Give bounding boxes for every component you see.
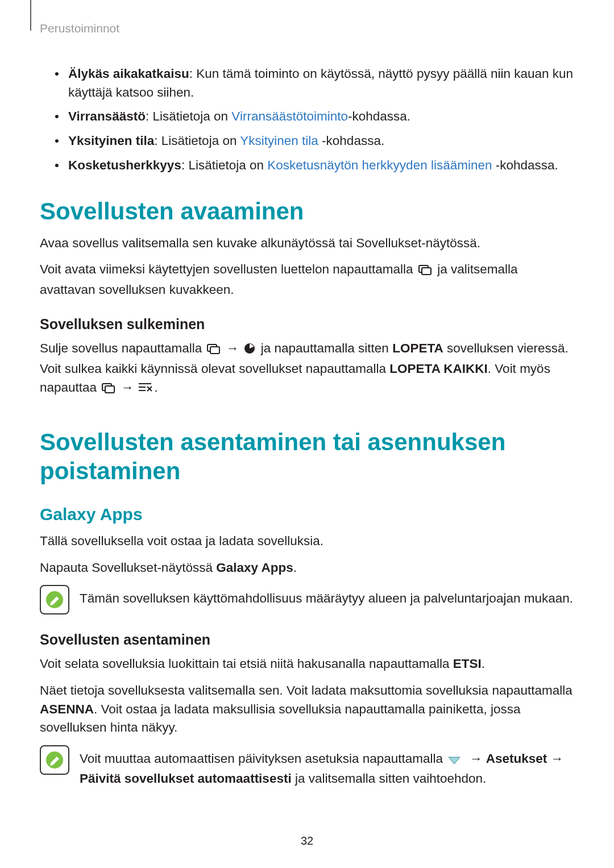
svg-marker-14 xyxy=(449,757,460,764)
cross-ref-link[interactable]: Virransäästötoiminto xyxy=(231,109,348,123)
svg-rect-3 xyxy=(210,347,219,354)
body-paragraph: Voit avata viimeksi käytettyjen sovellus… xyxy=(40,260,574,299)
list-item-text: -kohdassa. xyxy=(348,109,410,123)
list-item-text: : xyxy=(154,134,161,148)
dropdown-triangle-icon xyxy=(448,751,460,770)
section-heading-install-uninstall: Sovellusten asentaminen tai asennuksen p… xyxy=(40,428,574,485)
page-number: 32 xyxy=(0,834,614,848)
list-item-text: Lisätietoja on xyxy=(152,109,231,123)
list-item-text: -kohdassa. xyxy=(492,158,558,172)
body-paragraph: Voit selata sovelluksia luokittain tai e… xyxy=(40,655,574,674)
body-text: . Voit ostaa ja ladata maksullisia sovel… xyxy=(40,702,520,735)
arrow-glyph: → xyxy=(121,380,134,394)
cross-ref-link[interactable]: Yksityinen tila xyxy=(240,134,318,148)
note-block: Tämän sovelluksen käyttömahdollisuus mää… xyxy=(40,585,574,614)
list-item-text: -kohdassa. xyxy=(318,134,384,148)
body-text: Voit muuttaa automaattisen päivityksen a… xyxy=(80,751,446,766)
list-item-text: Lisätietoja on xyxy=(188,158,267,172)
note-text: Voit muuttaa automaattisen päivityksen a… xyxy=(80,745,574,788)
list-item-text: : xyxy=(189,67,197,81)
list-item-text: : xyxy=(146,109,153,123)
body-text: . xyxy=(293,560,297,575)
pie-task-icon xyxy=(244,341,255,360)
list-item-text: Lisätietoja on xyxy=(161,134,240,148)
note-icon xyxy=(40,745,69,775)
ui-label: LOPETA xyxy=(392,341,443,355)
body-text: . xyxy=(482,657,485,671)
list-item-term: Virransäästö xyxy=(68,109,146,123)
body-text: . xyxy=(154,380,157,394)
list-item: Kosketusherkkyys: Lisätietoja on Kosketu… xyxy=(55,156,574,175)
close-all-icon xyxy=(139,380,152,399)
recent-apps-icon xyxy=(102,380,115,399)
subheading-install-apps: Sovellusten asentaminen xyxy=(40,632,574,648)
body-text: Napauta Sovellukset-näytössä xyxy=(40,560,216,575)
section-heading-open-apps: Sovellusten avaaminen xyxy=(40,197,574,226)
ui-label: ETSI xyxy=(453,657,482,671)
note-block: Voit muuttaa automaattisen päivityksen a… xyxy=(40,745,574,788)
recent-apps-icon xyxy=(418,262,432,281)
svg-rect-6 xyxy=(105,386,114,393)
body-paragraph: Näet tietoja sovelluksesta valitsemalla … xyxy=(40,682,574,737)
list-item: Yksityinen tila: Lisätietoja on Yksityin… xyxy=(55,132,574,151)
list-item-term: Älykäs aikakatkaisu xyxy=(68,67,189,81)
decorative-margin-line xyxy=(30,0,31,31)
list-item: Älykäs aikakatkaisu: Kun tämä toiminto o… xyxy=(55,65,574,102)
list-item-term: Kosketusherkkyys xyxy=(68,158,181,172)
body-text: Voit selata sovelluksia luokittain tai e… xyxy=(40,657,453,671)
ui-label: Asetukset xyxy=(486,751,547,766)
cross-ref-link[interactable]: Kosketusnäytön herkkyyden lisääminen xyxy=(267,158,492,172)
ui-label: ASENNA xyxy=(40,702,94,716)
body-text: Näet tietoja sovelluksesta valitsemalla … xyxy=(40,683,572,697)
list-item-text: : xyxy=(181,158,189,172)
ui-label: Päivitä sovellukset automaattisesti xyxy=(80,771,292,786)
subheading-close-app: Sovelluksen sulkeminen xyxy=(40,316,574,333)
arrow-glyph: → xyxy=(226,341,239,355)
subheading-galaxy-apps: Galaxy Apps xyxy=(40,505,574,524)
feature-list: Älykäs aikakatkaisu: Kun tämä toiminto o… xyxy=(55,65,574,175)
body-paragraph: Sulje sovellus napauttamalla → ja napaut… xyxy=(40,339,574,398)
ui-label: LOPETA KAIKKI xyxy=(389,362,488,376)
list-item-term: Yksityinen tila xyxy=(68,134,154,148)
arrow-glyph: → xyxy=(550,751,563,766)
breadcrumb: Perustoiminnot xyxy=(40,22,574,35)
body-paragraph: Napauta Sovellukset-näytössä Galaxy Apps… xyxy=(40,559,574,578)
body-text: ja valitsemalla sitten vaihtoehdon. xyxy=(292,771,487,786)
body-paragraph: Avaa sovellus valitsemalla sen kuvake al… xyxy=(40,234,574,253)
body-text: ja napauttamalla sitten xyxy=(261,341,392,355)
svg-rect-1 xyxy=(422,268,431,275)
arrow-glyph: → xyxy=(470,751,483,766)
note-icon xyxy=(40,585,69,614)
list-item: Virransäästö: Lisätietoja on Virransääst… xyxy=(55,107,574,126)
recent-apps-icon xyxy=(207,341,221,360)
body-text: Sulje sovellus napauttamalla xyxy=(40,341,205,355)
note-text: Tämän sovelluksen käyttömahdollisuus mää… xyxy=(80,585,573,608)
ui-label: Galaxy Apps xyxy=(216,560,293,575)
body-paragraph: Tällä sovelluksella voit ostaa ja ladata… xyxy=(40,532,574,551)
body-text: Voit avata viimeksi käytettyjen sovellus… xyxy=(40,262,417,276)
